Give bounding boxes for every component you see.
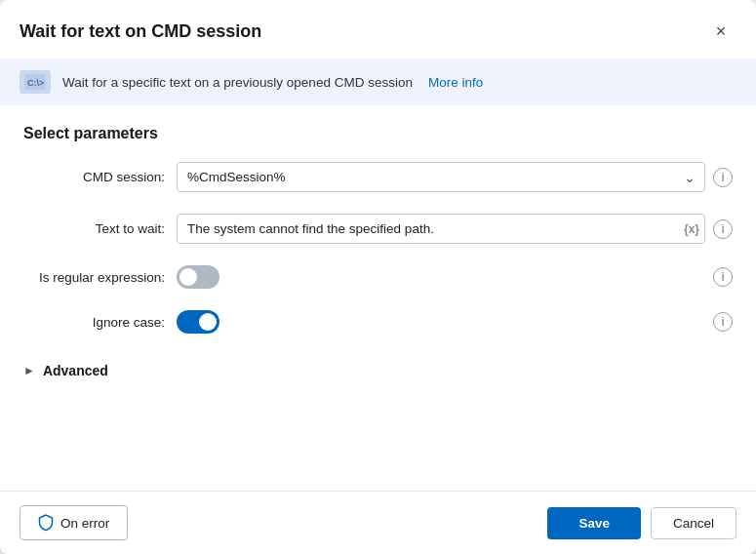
info-banner: C:\> Wait for a specific text on a previ… (0, 59, 756, 105)
dialog: Wait for text on CMD session × C:\> Wait… (0, 0, 756, 554)
ignore-case-toggle-thumb (199, 313, 217, 331)
text-to-wait-label: Text to wait: (23, 221, 165, 236)
form-content: Select parameters CMD session: %CmdSessi… (0, 105, 756, 491)
is-regex-toggle-thumb (179, 268, 197, 286)
cmd-icon: C:\> (20, 70, 51, 94)
is-regex-info-icon[interactable]: i (713, 267, 733, 287)
cancel-button[interactable]: Cancel (651, 507, 736, 539)
is-regex-row: Is regular expression: i (23, 265, 733, 289)
svg-text:C:\>: C:\> (27, 78, 44, 88)
footer: On error Save Cancel (0, 491, 756, 554)
ignore-case-row: Ignore case: i (23, 310, 733, 334)
ignore-case-toggle[interactable] (177, 310, 219, 334)
save-button[interactable]: Save (547, 507, 641, 539)
cmd-session-select-wrapper: %CmdSession% ⌄ (177, 162, 705, 192)
is-regex-control: i (177, 265, 733, 289)
cmd-session-info-icon[interactable]: i (713, 168, 733, 187)
text-to-wait-row: Text to wait: {x} i (23, 214, 733, 244)
text-to-wait-info-icon[interactable]: i (713, 219, 733, 239)
ignore-case-label: Ignore case: (23, 315, 165, 330)
close-button[interactable]: × (705, 16, 736, 47)
cmd-session-control: %CmdSession% ⌄ i (177, 162, 733, 192)
variable-button[interactable]: {x} (684, 222, 699, 236)
is-regex-label: Is regular expression: (23, 270, 165, 285)
ignore-case-info-icon[interactable]: i (713, 312, 733, 332)
is-regex-toggle[interactable] (177, 265, 219, 289)
advanced-chevron-icon: ► (23, 364, 35, 377)
text-to-wait-control: {x} i (177, 214, 733, 244)
shield-icon (38, 514, 54, 532)
text-to-wait-input[interactable] (177, 214, 705, 244)
more-info-link[interactable]: More info (428, 75, 483, 90)
cmd-session-select[interactable]: %CmdSession% (177, 162, 705, 192)
section-title: Select parameters (23, 125, 733, 142)
advanced-section[interactable]: ► Advanced (23, 355, 733, 386)
cmd-session-label: CMD session: (23, 170, 165, 184)
text-to-wait-input-wrapper: {x} (177, 214, 705, 244)
on-error-label: On error (60, 516, 109, 531)
footer-actions: Save Cancel (547, 507, 736, 539)
title-bar: Wait for text on CMD session × (0, 0, 756, 59)
ignore-case-control: i (177, 310, 733, 334)
cmd-session-row: CMD session: %CmdSession% ⌄ i (23, 162, 733, 192)
advanced-label: Advanced (43, 363, 108, 378)
banner-text: Wait for a specific text on a previously… (62, 75, 413, 90)
on-error-button[interactable]: On error (20, 505, 128, 540)
dialog-title: Wait for text on CMD session (20, 21, 261, 42)
